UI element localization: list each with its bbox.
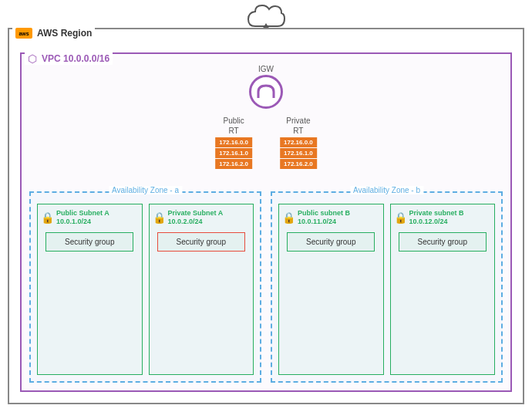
- rt-route: 172.16.1.0: [215, 148, 252, 158]
- private-rt-label: PrivateRT: [286, 116, 310, 136]
- private-subnet-b: 🔒 Private subnet B 10.0.12.0/24 Security…: [390, 204, 496, 375]
- igw-circle: [249, 75, 283, 109]
- public-subnet-a: 🔒 Public Subnet A 10.0.1.0/24 Security g…: [37, 204, 143, 375]
- public-rt-label: PublicRT: [223, 116, 244, 136]
- aws-region-label: AWS Region: [37, 28, 92, 39]
- public-subnet-a-header: 🔒 Public Subnet A 10.0.1.0/24: [41, 209, 139, 226]
- rt-route: 172.16.0.0: [280, 137, 317, 147]
- private-subnet-b-header: 🔒 Private subnet B 10.0.12.0/24: [394, 209, 492, 226]
- public-subnet-b: 🔒 Public subnet B 10.0.11.0/24 Security …: [278, 204, 384, 375]
- aws-logo: aws: [15, 28, 32, 39]
- route-tables: PublicRT 172.16.0.0 172.16.1.0 172.16.2.…: [215, 116, 317, 169]
- security-group-a-public: Security group: [45, 232, 133, 252]
- private-subnet-a-name: Private Subnet A 10.0.2.0/24: [168, 209, 224, 226]
- private-subnet-a-header: 🔒 Private Subnet A 10.0.2.0/24: [153, 209, 251, 226]
- public-subnet-a-name: Public Subnet A 10.0.1.0/24: [56, 209, 109, 226]
- public-subnet-b-name: Public subnet B 10.0.11.0/24: [298, 209, 350, 226]
- security-group-b-private: Security group: [399, 232, 487, 252]
- public-subnet-b-header: 🔒 Public subnet B 10.0.11.0/24: [282, 209, 380, 226]
- az-b-subnets: 🔒 Public subnet B 10.0.11.0/24 Security …: [278, 204, 495, 375]
- public-rt: PublicRT 172.16.0.0 172.16.1.0 172.16.2.…: [215, 116, 252, 169]
- private-rt: PrivateRT 172.16.0.0 172.16.1.0 172.16.2…: [280, 116, 317, 169]
- vpc-box: ⬡ VPC 10.0.0.0/16 IGW Publ: [20, 52, 512, 392]
- az-b-box: Availability Zone - b 🔒 Public subnet B …: [271, 191, 503, 383]
- rt-route: 172.16.1.0: [280, 148, 317, 158]
- aws-region: aws AWS Region ⬡ VPC 10.0.0.0/16 IGW: [8, 28, 524, 404]
- subnet-lock-icon-4: 🔒: [394, 211, 407, 224]
- rt-route: 172.16.2.0: [280, 159, 317, 169]
- security-group-b-public: Security group: [287, 232, 375, 252]
- vpc-icon: ⬡: [28, 52, 37, 65]
- vpc-label: VPC 10.0.0.0/16: [42, 53, 109, 64]
- private-subnet-a: 🔒 Private Subnet A 10.0.2.0/24 Security …: [149, 204, 254, 375]
- az-b-label: Availability Zone - b: [350, 186, 423, 194]
- security-group-a-private: Security group: [157, 232, 245, 252]
- az-container: Availability Zone - a 🔒 Public Subnet A …: [29, 191, 503, 383]
- az-a-label: Availability Zone - a: [109, 186, 182, 194]
- igw-label: IGW: [258, 65, 274, 73]
- diagram-container: aws AWS Region ⬡ VPC 10.0.0.0/16 IGW: [0, 0, 532, 412]
- az-a-box: Availability Zone - a 🔒 Public Subnet A …: [29, 191, 261, 383]
- rt-route: 172.16.2.0: [215, 159, 252, 169]
- vpc-header: ⬡ VPC 10.0.0.0/16: [25, 52, 113, 65]
- subnet-lock-icon-2: 🔒: [153, 211, 166, 224]
- subnet-lock-icon: 🔒: [41, 211, 54, 224]
- subnet-lock-icon-3: 🔒: [282, 211, 295, 224]
- aws-region-header: aws AWS Region: [12, 28, 95, 39]
- rt-route: 172.16.0.0: [215, 137, 252, 147]
- private-subnet-b-name: Private subnet B 10.0.12.0/24: [409, 209, 464, 226]
- private-rt-routes: 172.16.0.0 172.16.1.0 172.16.2.0: [280, 137, 317, 169]
- az-a-subnets: 🔒 Public Subnet A 10.0.1.0/24 Security g…: [37, 204, 254, 375]
- public-rt-routes: 172.16.0.0 172.16.1.0 172.16.2.0: [215, 137, 252, 169]
